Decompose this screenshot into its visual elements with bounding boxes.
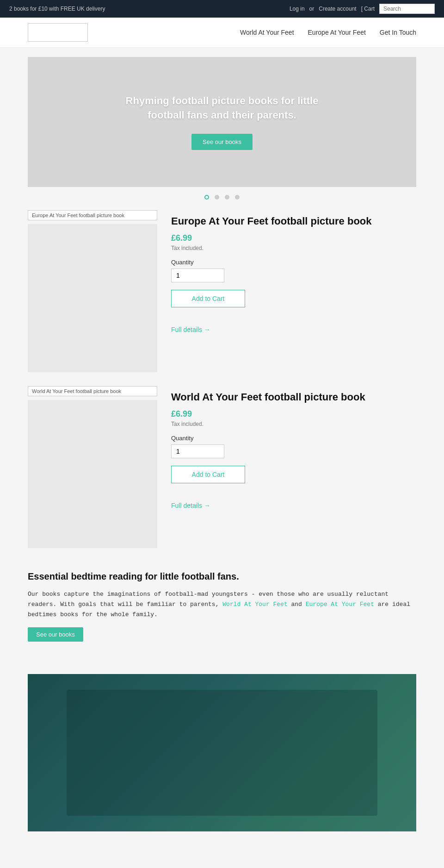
product-europe-info: Europe At Your Feet football picture boo…: [171, 210, 416, 334]
nav-get-in-touch[interactable]: Get In Touch: [380, 29, 416, 36]
cart-link[interactable]: [ Cart: [361, 6, 375, 12]
about-see-our-books-button[interactable]: See our books: [28, 627, 83, 642]
hero-banner: Rhyming football picture books for littl…: [28, 57, 416, 187]
book-photo: [28, 674, 416, 831]
product-world-quantity-label: Quantity: [171, 435, 416, 442]
product-europe-full-details-link[interactable]: Full details →: [171, 326, 416, 333]
product-europe-title: Europe At Your Feet football picture boo…: [171, 215, 416, 228]
about-section: Essential bedtime reading for little foo…: [28, 562, 416, 660]
hero-see-books-button[interactable]: See our books: [191, 134, 253, 150]
product-world-image-label: World At Your Feet football picture book: [28, 386, 157, 396]
login-link[interactable]: Log in: [290, 6, 305, 12]
about-paragraph: Our books capture the imaginations of fo…: [28, 589, 416, 620]
nav-world-at-your-feet[interactable]: World At Your Feet: [240, 29, 294, 36]
product-europe: Europe At Your Feet football picture boo…: [28, 210, 416, 372]
about-heading: Essential bedtime reading for little foo…: [28, 571, 416, 582]
search-input[interactable]: [379, 4, 435, 14]
product-world-quantity-input[interactable]: [171, 444, 224, 458]
product-world-image-col: World At Your Feet football picture book: [28, 386, 157, 548]
main-nav: World At Your Feet Europe At Your Feet G…: [240, 29, 416, 36]
product-world-tax: Tax included.: [171, 421, 416, 427]
logo: [28, 23, 88, 42]
carousel-dot-2[interactable]: [215, 195, 219, 200]
product-europe-image-label: Europe At Your Feet football picture boo…: [28, 210, 157, 220]
header-actions: Log in or Create account [ Cart: [290, 4, 435, 14]
product-world-add-to-cart-button[interactable]: Add to Cart: [171, 466, 245, 483]
product-europe-price: £6.99: [171, 233, 416, 243]
product-world-title: World At Your Feet football picture book: [171, 391, 416, 404]
product-world-info: World At Your Feet football picture book…: [171, 386, 416, 510]
announcement-bar: 2 books for £10 with FREE UK delivery Lo…: [0, 0, 444, 18]
product-europe-tax: Tax included.: [171, 245, 416, 251]
product-europe-quantity-input[interactable]: [171, 269, 224, 282]
carousel-dot-3[interactable]: [225, 195, 229, 200]
announcement-text: 2 books for £10 with FREE UK delivery: [9, 6, 105, 12]
product-europe-image-col: Europe At Your Feet football picture boo…: [28, 210, 157, 372]
header: World At Your Feet Europe At Your Feet G…: [0, 18, 444, 48]
product-world-image: [28, 400, 157, 548]
product-europe-quantity-label: Quantity: [171, 259, 416, 266]
nav-europe-at-your-feet[interactable]: Europe At Your Feet: [308, 29, 366, 36]
photo-tint-overlay: [28, 674, 416, 831]
create-account-link[interactable]: Create account: [319, 6, 356, 12]
hero-title: Rhyming football picture books for littl…: [111, 94, 333, 123]
carousel-dot-1[interactable]: [204, 195, 209, 200]
or-separator: or: [309, 6, 314, 12]
product-europe-image: [28, 224, 157, 372]
product-world-price: £6.99: [171, 409, 416, 419]
product-world-full-details-link[interactable]: Full details →: [171, 502, 416, 509]
product-europe-add-to-cart-button[interactable]: Add to Cart: [171, 290, 245, 307]
product-world: World At Your Feet football picture book…: [28, 386, 416, 548]
carousel-dots: [0, 194, 444, 201]
about-world-link[interactable]: World At Your Feet: [222, 601, 287, 608]
photo-section: [28, 674, 416, 831]
about-europe-link[interactable]: Europe At Your Feet: [306, 601, 374, 608]
carousel-dot-4[interactable]: [235, 195, 240, 200]
